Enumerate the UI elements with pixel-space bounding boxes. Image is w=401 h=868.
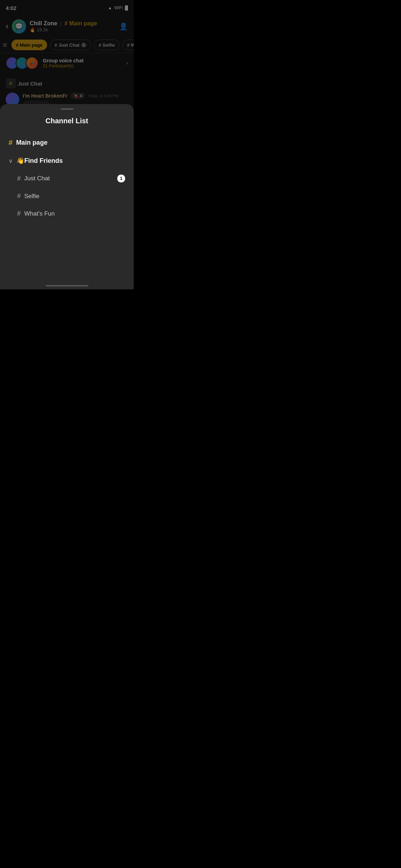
bottom-sheet-handle (61, 108, 73, 110)
just-chat-name: Just Chat (24, 175, 114, 182)
whats-fun-hash: # (17, 210, 21, 217)
whats-fun-name: What's Fun (24, 210, 125, 217)
main-page-name: Main page (16, 139, 125, 146)
screen: 4:02 ▲ WiFi █ ‹ 💬 Chill Zone | # Main pa… (0, 0, 134, 289)
section-chevron-icon: ∨ (9, 157, 13, 164)
subchannel-just-chat[interactable]: # Just Chat 1 (0, 170, 134, 187)
bottom-sheet: Channel List # Main page ∨ 👋Find Friends… (0, 104, 134, 289)
just-chat-hash: # (17, 175, 21, 182)
selfie-name: Selfie (24, 193, 125, 200)
just-chat-badge: 1 (117, 175, 125, 182)
home-indicator (46, 285, 88, 286)
subchannel-whats-fun[interactable]: # What's Fun (0, 205, 134, 222)
selfie-hash: # (17, 192, 21, 200)
subchannel-selfie[interactable]: # Selfie (0, 187, 134, 205)
channel-main-page[interactable]: # Main page (0, 134, 134, 152)
section-title: 👋Find Friends (16, 157, 63, 165)
bottom-sheet-title: Channel List (0, 117, 134, 125)
main-page-hash: # (9, 139, 12, 147)
find-friends-section[interactable]: ∨ 👋Find Friends (0, 152, 134, 170)
